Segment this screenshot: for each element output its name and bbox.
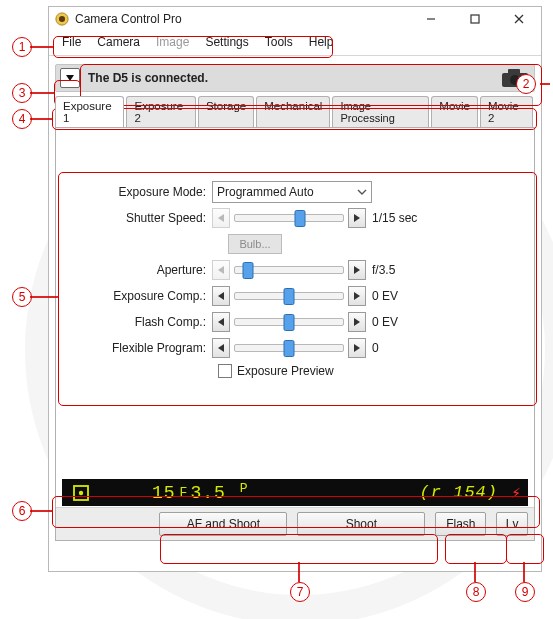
svg-marker-13 [218, 266, 224, 274]
callout-9: 9 [515, 582, 535, 602]
svg-rect-9 [508, 69, 520, 74]
lv-button[interactable]: Lv [496, 512, 528, 536]
aperture-dec-button [212, 260, 230, 280]
simulated-lcd: 15 F 3.5 P (r 154) ⚡ [62, 479, 528, 506]
bulb-button: Bulb... [228, 234, 282, 254]
flash-comp-dec-button[interactable] [212, 312, 230, 332]
shutter-slider[interactable] [234, 214, 344, 222]
disclosure-button[interactable] [60, 68, 80, 88]
tab-movie-2[interactable]: Movie 2 [480, 96, 533, 127]
callout-8: 8 [466, 582, 486, 602]
flash-icon: ⚡ [511, 483, 522, 503]
triangle-left-icon [217, 317, 225, 327]
triangle-right-icon [353, 291, 361, 301]
svg-point-2 [59, 16, 65, 22]
chevron-down-icon [355, 185, 369, 199]
callout-7: 7 [290, 582, 310, 602]
svg-marker-19 [218, 344, 224, 352]
shutter-speed-label: Shutter Speed: [80, 211, 212, 225]
camera-icon [500, 67, 530, 89]
flash-button[interactable]: Flash [435, 512, 486, 536]
ev-label: Exposure Comp.: [80, 289, 212, 303]
triangle-left-icon [217, 291, 225, 301]
exposure-mode-select[interactable]: Programmed Auto [212, 181, 372, 203]
flash-comp-value: 0 EV [372, 315, 398, 329]
menu-camera[interactable]: Camera [90, 35, 147, 49]
callout-6: 6 [12, 501, 32, 521]
menu-bar: File Camera Image Settings Tools Help [49, 31, 541, 56]
exposure-mode-label: Exposure Mode: [80, 185, 212, 199]
triangle-left-icon [217, 213, 225, 223]
lcd-aperture: 3.5 [190, 483, 225, 503]
flex-dec-button[interactable] [212, 338, 230, 358]
tab-exposure-2[interactable]: Exposure 2 [126, 96, 195, 127]
flash-comp-slider[interactable] [234, 318, 344, 326]
tab-exposure-1[interactable]: Exposure 1 [55, 96, 124, 127]
menu-help[interactable]: Help [302, 35, 341, 49]
svg-marker-17 [218, 318, 224, 326]
callout-3: 3 [12, 83, 32, 103]
menu-tools[interactable]: Tools [258, 35, 300, 49]
svg-marker-20 [354, 344, 360, 352]
window-title: Camera Control Pro [75, 12, 182, 26]
svg-marker-18 [354, 318, 360, 326]
svg-point-22 [79, 490, 83, 494]
title-bar: Camera Control Pro [49, 7, 541, 31]
triangle-right-icon [353, 265, 361, 275]
triangle-right-icon [353, 213, 361, 223]
app-window: Camera Control Pro File Camera Image Set… [48, 6, 542, 572]
menu-image: Image [149, 35, 196, 49]
ev-dec-button[interactable] [212, 286, 230, 306]
lcd-shutter: 15 [152, 483, 176, 503]
flash-comp-label: Flash Comp.: [80, 315, 212, 329]
ev-value: 0 EV [372, 289, 398, 303]
ev-slider[interactable] [234, 292, 344, 300]
svg-marker-12 [354, 214, 360, 222]
lcd-mode: P [240, 481, 249, 496]
aperture-inc-button[interactable] [348, 260, 366, 280]
tab-strip: Exposure 1 Exposure 2 Storage Mechanical… [55, 96, 535, 127]
callout-4: 4 [12, 109, 32, 129]
metering-icon [72, 484, 90, 502]
app-icon [55, 12, 69, 26]
aperture-slider[interactable] [234, 266, 344, 274]
ev-inc-button[interactable] [348, 286, 366, 306]
aperture-value: f/3.5 [372, 263, 395, 277]
exposure-preview-checkbox[interactable] [218, 364, 232, 378]
close-button[interactable] [497, 7, 541, 31]
controls-area: Exposure Mode: Programmed Auto Shutter S… [80, 182, 510, 378]
svg-rect-4 [471, 15, 479, 23]
flex-inc-button[interactable] [348, 338, 366, 358]
svg-point-10 [510, 75, 520, 85]
menu-file[interactable]: File [55, 35, 88, 49]
triangle-left-icon [217, 265, 225, 275]
exposure-mode-value: Programmed Auto [217, 185, 314, 199]
aperture-label: Aperture: [80, 263, 212, 277]
tab-movie[interactable]: Movie [431, 96, 478, 127]
svg-marker-14 [354, 266, 360, 274]
maximize-button[interactable] [453, 7, 497, 31]
shutter-value: 1/15 sec [372, 211, 417, 225]
shoot-button[interactable]: Shoot [297, 512, 425, 536]
lcd-f-prefix: F [180, 485, 189, 500]
callout-5: 5 [12, 287, 32, 307]
tab-mechanical[interactable]: Mechanical [256, 96, 330, 127]
shutter-dec-button [212, 208, 230, 228]
tab-image-processing[interactable]: Image Processing [332, 96, 429, 127]
svg-marker-11 [218, 214, 224, 222]
triangle-left-icon [217, 343, 225, 353]
callout-1: 1 [12, 37, 32, 57]
status-band: The D5 is connected. [55, 64, 535, 92]
menu-settings[interactable]: Settings [198, 35, 255, 49]
flex-slider[interactable] [234, 344, 344, 352]
tab-storage[interactable]: Storage [198, 96, 254, 127]
flash-comp-inc-button[interactable] [348, 312, 366, 332]
minimize-button[interactable] [409, 7, 453, 31]
flex-value: 0 [372, 341, 379, 355]
svg-marker-16 [354, 292, 360, 300]
triangle-right-icon [353, 317, 361, 327]
af-and-shoot-button[interactable]: AF and Shoot [159, 512, 287, 536]
shutter-inc-button[interactable] [348, 208, 366, 228]
exposure-preview-label: Exposure Preview [237, 364, 334, 378]
svg-marker-7 [66, 75, 74, 81]
